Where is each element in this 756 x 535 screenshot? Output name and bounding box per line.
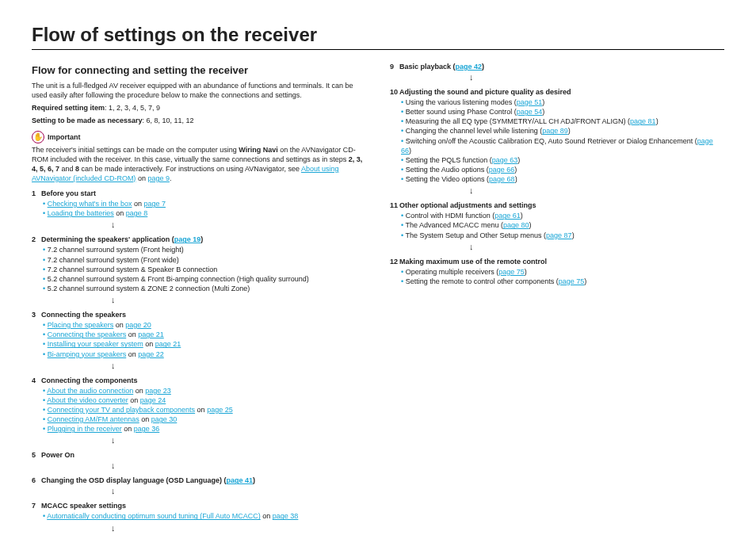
- arrow-icon: ↓: [469, 185, 724, 195]
- step-7-heading: 7MCACC speaker settings: [32, 502, 126, 510]
- step-11-heading: 11Other optional adjustments and setting…: [390, 201, 536, 209]
- list-item: About the video converter on page 24: [43, 396, 366, 405]
- link-check-box[interactable]: Checking what's in the box: [48, 200, 132, 208]
- link-page-38[interactable]: page 38: [273, 512, 299, 520]
- important-body: The receiver's initial settings can be m…: [32, 145, 366, 184]
- link-page-36[interactable]: page 36: [134, 425, 160, 433]
- step-1-list: Checking what's in the box on page 7 Loa…: [43, 199, 366, 218]
- link-page-19[interactable]: page 19: [174, 235, 201, 243]
- list-item: The System Setup and Other Setup menus (…: [401, 231, 724, 240]
- step-4-list: About the audio connection on page 23 Ab…: [43, 386, 366, 434]
- arrow-icon: ↓: [111, 523, 366, 533]
- step-5-heading: 5Power On: [32, 451, 74, 459]
- arrow-icon: ↓: [111, 220, 366, 229]
- link-full-auto-mcacc[interactable]: Automatically conducting optimum sound t…: [47, 512, 261, 520]
- link-page-20[interactable]: page 20: [125, 321, 151, 329]
- list-item: 5.2 channel surround system & ZONE 2 con…: [43, 284, 366, 293]
- column-right: 9Basic playback (page 42) ↓ 10Adjusting …: [390, 56, 724, 535]
- arrow-icon: ↓: [111, 435, 366, 445]
- link-page-81[interactable]: page 81: [630, 117, 656, 125]
- page-title: Flow of settings on the receiver: [32, 24, 724, 50]
- required-line: Required setting item: 1, 2, 3, 4, 5, 7,…: [32, 103, 366, 113]
- link-page-75a[interactable]: page 75: [498, 268, 525, 276]
- link-video-converter[interactable]: About the video converter: [47, 396, 128, 404]
- list-item: Changing the channel level while listeni…: [401, 126, 724, 136]
- link-page-21a[interactable]: page 21: [138, 331, 164, 338]
- list-item: 7.2 channel surround system (Front heigh…: [43, 245, 366, 254]
- arrow-icon: ↓: [111, 295, 366, 304]
- link-page-9[interactable]: page 9: [147, 174, 170, 182]
- list-item: Placing the speakers on page 20: [43, 320, 366, 330]
- important-label: Important: [48, 133, 81, 141]
- step-12-list: Operating multiple receivers (page 75) S…: [401, 267, 724, 286]
- list-item: Connecting your TV and playback componen…: [43, 405, 366, 415]
- link-page-21b[interactable]: page 21: [155, 340, 181, 348]
- intro-text: The unit is a full-fledged AV receiver e…: [32, 81, 366, 100]
- link-page-25[interactable]: page 25: [207, 406, 233, 414]
- link-plugging-in[interactable]: Plugging in the receiver: [48, 425, 122, 433]
- link-page-8[interactable]: page 8: [126, 209, 148, 217]
- link-page-75b[interactable]: page 75: [559, 277, 585, 285]
- step-4-heading: 4Connecting the components: [32, 376, 138, 384]
- link-page-7[interactable]: page 7: [143, 200, 166, 208]
- link-installing-system[interactable]: Installing your speaker system: [48, 340, 143, 348]
- list-item: 5.2 channel surround system & Front Bi-a…: [43, 274, 366, 284]
- link-antennas[interactable]: Connecting AM/FM antennas: [48, 415, 139, 423]
- list-item: Setting the remote to control other comp…: [401, 277, 724, 286]
- step-1-heading: 1Before you start: [32, 189, 96, 197]
- link-page-54[interactable]: page 54: [517, 108, 543, 116]
- link-placing-speakers[interactable]: Placing the speakers: [48, 321, 114, 329]
- link-page-41[interactable]: page 41: [227, 476, 254, 484]
- list-item: Operating multiple receivers (page 75): [401, 267, 724, 277]
- list-item: Measuring the all EQ type (SYMMETRY/ALL …: [401, 117, 724, 126]
- link-connecting-speakers[interactable]: Connecting the speakers: [48, 331, 127, 338]
- link-page-63[interactable]: page 63: [492, 156, 518, 164]
- arrow-icon: ↓: [111, 486, 366, 495]
- link-page-30[interactable]: page 30: [151, 415, 178, 423]
- link-page-42[interactable]: page 42: [456, 63, 483, 71]
- step-7-list: Automatically conducting optimum sound t…: [43, 511, 366, 521]
- list-item: Control with HDMI function (page 61): [401, 211, 724, 220]
- list-item: Installing your speaker system on page 2…: [43, 339, 366, 349]
- list-item: 7.2 channel surround system (Front wide): [43, 255, 366, 265]
- link-page-22[interactable]: page 22: [138, 350, 164, 358]
- arrow-icon: ↓: [111, 361, 366, 370]
- column-left: Flow for connecting and setting the rece…: [32, 56, 366, 535]
- important-icon: ✋: [32, 131, 44, 143]
- step-9-heading: 9Basic playback (page 42): [390, 63, 484, 71]
- step-12-heading: 12Making maximum use of the remote contr…: [390, 258, 547, 266]
- step-2-list: 7.2 channel surround system (Front heigh…: [43, 245, 366, 293]
- step-2-heading: 2Determining the speakers' application (…: [32, 235, 203, 243]
- link-page-87[interactable]: page 87: [546, 231, 572, 239]
- link-biamping[interactable]: Bi-amping your speakers: [48, 350, 127, 358]
- step-11-list: Control with HDMI function (page 61) The…: [401, 211, 724, 239]
- arrow-icon: ↓: [111, 460, 366, 470]
- link-page-24[interactable]: page 24: [140, 396, 166, 404]
- list-item: Setting the Audio options (page 66): [401, 165, 724, 174]
- step-6-heading: 6Changing the OSD display language (OSD …: [32, 476, 255, 484]
- list-item: Better sound using Phase Control (page 5…: [401, 107, 724, 117]
- list-item: Automatically conducting optimum sound t…: [43, 511, 366, 521]
- list-item: Setting the Video options (page 68): [401, 174, 724, 184]
- list-item: The Advanced MCACC menu (page 80): [401, 220, 724, 230]
- step-10-list: Using the various listening modes (page …: [401, 97, 724, 184]
- link-page-68[interactable]: page 68: [489, 175, 515, 183]
- optional-line: Setting to be made as necessary: 6, 8, 1…: [32, 116, 366, 125]
- list-item: Setting the PQLS function (page 63): [401, 155, 724, 165]
- link-tv-components[interactable]: Connecting your TV and playback componen…: [48, 406, 195, 414]
- link-page-89[interactable]: page 89: [542, 127, 568, 135]
- link-page-23[interactable]: page 23: [145, 387, 171, 395]
- link-audio-connection[interactable]: About the audio connection: [47, 387, 133, 395]
- step-3-heading: 3Connecting the speakers: [32, 311, 126, 319]
- link-page-51[interactable]: page 51: [517, 98, 543, 106]
- link-page-80[interactable]: page 80: [503, 221, 529, 229]
- step-3-list: Placing the speakers on page 20 Connecti…: [43, 320, 366, 359]
- list-item: Checking what's in the box on page 7: [43, 199, 366, 208]
- list-item: Bi-amping your speakers on page 22: [43, 350, 366, 359]
- link-batteries[interactable]: Loading the batteries: [48, 209, 114, 217]
- section-subtitle: Flow for connecting and setting the rece…: [32, 64, 366, 76]
- list-item: Switching on/off the Acoustic Calibratio…: [401, 136, 724, 155]
- link-page-66b[interactable]: page 66: [489, 166, 515, 174]
- link-page-61[interactable]: page 61: [494, 212, 521, 220]
- arrow-icon: ↓: [469, 72, 724, 82]
